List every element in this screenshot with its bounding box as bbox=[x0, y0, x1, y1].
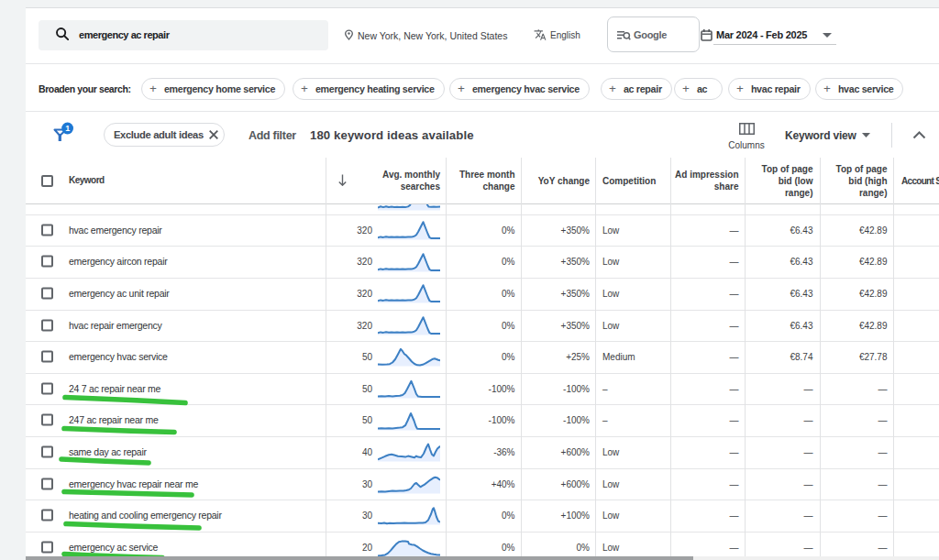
svg-text:1: 1 bbox=[65, 124, 70, 133]
